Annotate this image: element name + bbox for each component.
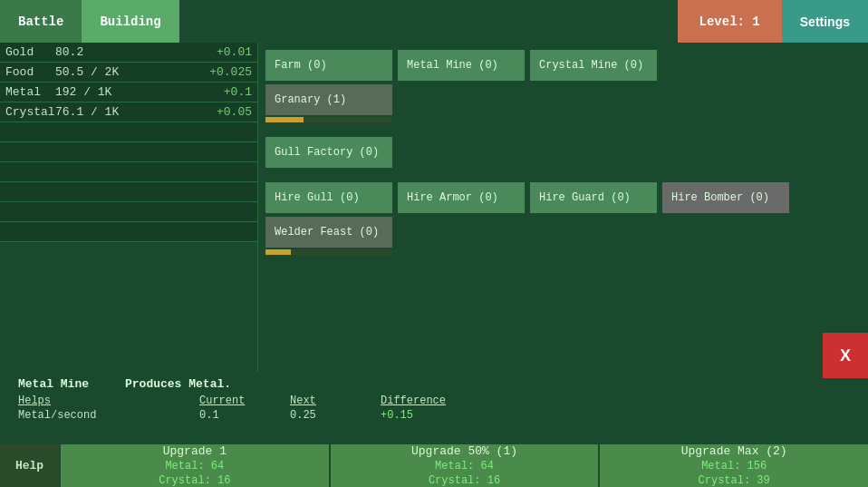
building-welder-wrap: Welder Feast (0) [265, 217, 392, 255]
upgrade-max-crystal: Crystal: 39 [699, 474, 770, 487]
resource-name-metal: Metal [5, 85, 55, 99]
info-next-val: 0.25 [290, 409, 381, 422]
empty-row-2 [0, 142, 257, 162]
building-hire-gull[interactable]: Hire Gull (0) [265, 182, 392, 213]
welder-progress-container [265, 249, 392, 255]
empty-row-5 [0, 202, 257, 222]
info-col-diff: Difference [381, 394, 489, 407]
resource-value-crystal: 76.1 / 1K [55, 105, 217, 119]
empty-row-6 [0, 222, 257, 242]
upgrade-50-label: Upgrade 50% (1) [411, 444, 517, 458]
resource-value-food: 50.5 / 2K [55, 65, 209, 79]
resource-value-metal: 192 / 1K [55, 85, 224, 99]
resource-row-metal: Metal 192 / 1K +0.1 [0, 83, 257, 102]
topbar: Battle Building Level: 1 Settings [0, 0, 868, 43]
empty-row-1 [0, 122, 257, 142]
resource-rate-food: +0.025 [209, 65, 252, 79]
info-building-name: Metal Mine [18, 377, 89, 391]
building-row-1: Farm (0) Metal Mine (0) Crystal Mine (0) [265, 50, 861, 81]
welder-progress-bar [265, 249, 291, 255]
granary-progress-container [265, 117, 392, 122]
empty-row-4 [0, 182, 257, 202]
info-col-current: Current [199, 394, 290, 407]
upgrade-bar: Help Upgrade 1 Metal: 64 Crystal: 16 Upg… [0, 444, 868, 487]
building-row-2: Granary (1) [265, 84, 861, 122]
info-description: Produces Metal. [125, 377, 231, 391]
building-granary-wrap: Granary (1) [265, 84, 392, 122]
resource-row-crystal: Crystal 76.1 / 1K +0.05 [0, 102, 257, 122]
building-farm[interactable]: Farm (0) [265, 50, 392, 81]
info-table: Helps Current Next Difference Metal/seco… [18, 394, 850, 422]
resource-rate-gold: +0.01 [217, 45, 252, 59]
tab-battle[interactable]: Battle [0, 0, 82, 43]
upgrade-1-label: Upgrade 1 [163, 444, 227, 458]
resource-rate-metal: +0.1 [224, 85, 252, 99]
level-display: Level: 1 [678, 0, 782, 43]
info-col-next: Next [290, 394, 381, 407]
resource-row-gold: Gold 80.2 +0.01 [0, 43, 257, 63]
empty-row-3 [0, 162, 257, 182]
resource-name-crystal: Crystal [5, 105, 55, 119]
upgrade-1-metal: Metal: 64 [165, 460, 224, 472]
upgrade-max-label: Upgrade Max (2) [681, 444, 787, 458]
resource-name-gold: Gold [5, 45, 55, 59]
upgrade-1-crystal: Crystal: 16 [159, 474, 230, 487]
info-diff-val: +0.15 [381, 409, 489, 422]
building-hire-armor[interactable]: Hire Armor (0) [398, 182, 525, 213]
building-welder-feast[interactable]: Welder Feast (0) [265, 217, 392, 248]
building-row-4: Hire Gull (0) Hire Armor (0) Hire Guard … [265, 182, 861, 213]
info-row-label: Metal/second [18, 409, 199, 422]
upgrade-50-metal: Metal: 64 [435, 460, 494, 472]
info-col-helps: Helps [18, 394, 199, 407]
upgrade-1-button[interactable]: Upgrade 1 Metal: 64 Crystal: 16 [61, 444, 329, 487]
settings-button[interactable]: Settings [782, 0, 868, 43]
building-metal-mine[interactable]: Metal Mine (0) [398, 50, 525, 81]
upgrade-max-button[interactable]: Upgrade Max (2) Metal: 156 Crystal: 39 [600, 444, 868, 487]
building-gull-factory[interactable]: Gull Factory (0) [265, 137, 392, 168]
tab-building[interactable]: Building [82, 0, 178, 43]
spacer-2 [265, 171, 861, 179]
spacer-1 [265, 126, 861, 133]
building-granary[interactable]: Granary (1) [265, 84, 392, 115]
info-title-row: Metal Mine Produces Metal. [18, 377, 850, 391]
upgrade-50-button[interactable]: Upgrade 50% (1) Metal: 64 Crystal: 16 [331, 444, 599, 487]
info-current-val: 0.1 [199, 409, 290, 422]
upgrade-50-crystal: Crystal: 16 [429, 474, 500, 487]
upgrade-max-metal: Metal: 156 [701, 460, 767, 472]
granary-progress-bar [265, 117, 304, 122]
building-hire-bomber[interactable]: Hire Bomber (0) [662, 182, 789, 213]
info-panel: Metal Mine Produces Metal. Helps Current… [0, 372, 868, 444]
resource-name-food: Food [5, 65, 55, 79]
building-row-3: Gull Factory (0) [265, 137, 861, 168]
building-row-5: Welder Feast (0) [265, 217, 861, 255]
help-button[interactable]: Help [0, 444, 59, 487]
resource-rate-crystal: +0.05 [217, 105, 252, 119]
resource-value-gold: 80.2 [55, 45, 217, 59]
building-hire-guard[interactable]: Hire Guard (0) [530, 182, 657, 213]
close-button[interactable]: X [823, 333, 868, 378]
resource-row-food: Food 50.5 / 2K +0.025 [0, 63, 257, 83]
building-crystal-mine[interactable]: Crystal Mine (0) [530, 50, 657, 81]
